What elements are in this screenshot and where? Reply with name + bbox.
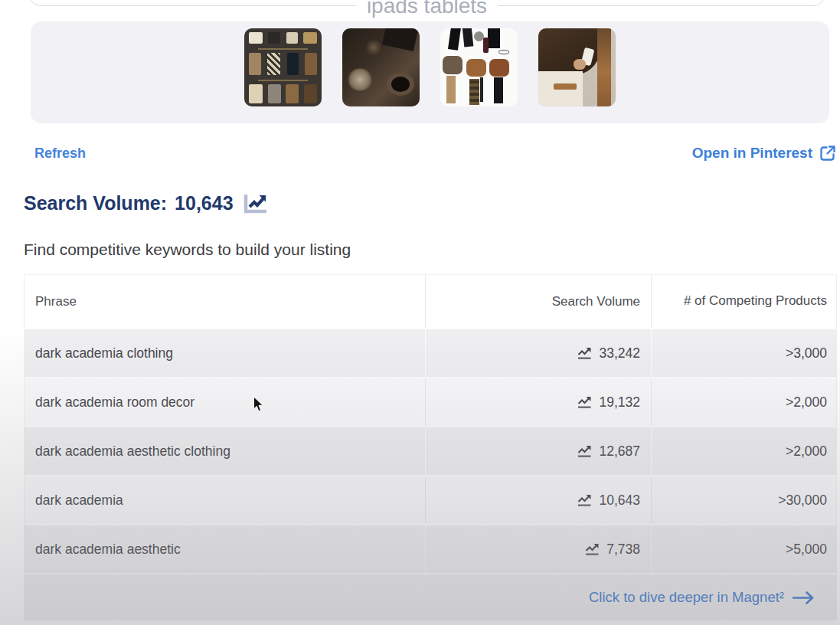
table-row[interactable]: dark academia 10,643 >30,000 (25, 475, 836, 524)
search-volume-cell: 10,643 (425, 476, 651, 524)
search-volume-value: 19,132 (599, 394, 640, 411)
competing-products-cell: >2,000 (651, 378, 838, 426)
column-header-phrase[interactable]: Phrase (25, 275, 425, 328)
competing-products-cell: >2,000 (651, 427, 838, 475)
pin-thumbnail-3[interactable] (440, 28, 518, 106)
table-row[interactable]: dark academia aesthetic clothing 12,687 … (25, 426, 836, 475)
open-in-pinterest-link[interactable]: Open in Pinterest (692, 145, 836, 162)
pin-thumbnail-2[interactable] (342, 28, 420, 106)
screenshot-stage: ipads tablets (0, 0, 840, 625)
refresh-link[interactable]: Refresh (34, 146, 86, 162)
keyword-table: Phrase Search Volume # of Competing Prod… (24, 274, 837, 620)
competing-products-cell: >3,000 (651, 329, 838, 377)
search-volume-value: 10,643 (599, 492, 640, 509)
phrase-cell: dark academia aesthetic (25, 525, 425, 573)
table-row[interactable]: dark academia clothing 33,242 >3,000 (25, 328, 836, 377)
table-row[interactable]: dark academia room decor 19,132 >2,000 (25, 377, 836, 426)
phrase-cell: dark academia clothing (25, 329, 425, 377)
dive-deeper-magnet-link[interactable]: Click to dive deeper in Magnet² (589, 589, 815, 606)
trend-chart-icon (577, 396, 593, 409)
search-volume-cell: 12,687 (425, 427, 651, 475)
pin-thumbnail-4[interactable] (538, 28, 616, 106)
table-header-row: Phrase Search Volume # of Competing Prod… (25, 274, 836, 328)
trend-chart-icon[interactable] (243, 193, 268, 214)
column-header-search-volume[interactable]: Search Volume (425, 275, 651, 328)
search-volume-cell: 33,242 (425, 329, 651, 377)
trend-chart-icon (577, 494, 593, 507)
dive-deeper-label: Click to dive deeper in Magnet² (589, 589, 784, 606)
search-volume-cell: 7,738 (425, 525, 651, 573)
arrow-right-icon (792, 591, 815, 605)
open-in-pinterest-label: Open in Pinterest (692, 145, 812, 162)
trend-chart-icon (585, 543, 600, 556)
competing-products-cell: >30,000 (651, 476, 838, 524)
external-link-icon (819, 145, 836, 162)
truncated-input-text: ipads tablets (356, 0, 498, 18)
phrase-cell: dark academia aesthetic clothing (25, 427, 425, 475)
trend-chart-icon (577, 347, 593, 360)
pinterest-pins-card (31, 21, 829, 123)
search-volume-value: 33,242 (599, 345, 640, 362)
search-volume-value: 10,643 (175, 192, 233, 214)
table-title: Find competitive keywords to build your … (24, 241, 351, 259)
trend-chart-icon (577, 445, 593, 458)
column-header-competing-products[interactable]: # of Competing Products (651, 275, 838, 328)
search-volume-label: Search Volume: (24, 192, 167, 214)
phrase-cell: dark academia (25, 476, 425, 524)
table-footer: Click to dive deeper in Magnet² (25, 573, 836, 620)
pin-thumbnail-1[interactable] (244, 28, 322, 106)
search-volume-heading: Search Volume: 10,643 (24, 192, 268, 214)
search-volume-value: 12,687 (599, 443, 640, 460)
truncated-search-input[interactable]: ipads tablets (28, 0, 825, 6)
competing-products-cell: >5,000 (651, 525, 838, 573)
search-volume-value: 7,738 (606, 542, 640, 558)
search-volume-cell: 19,132 (425, 378, 651, 426)
table-row[interactable]: dark academia aesthetic 7,738 >5,000 (25, 524, 836, 573)
phrase-cell: dark academia room decor (25, 378, 425, 426)
